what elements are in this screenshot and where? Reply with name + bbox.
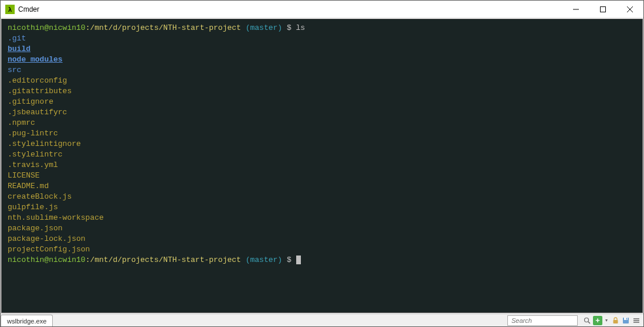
prompt-user: nicothin@nicwin10: [8, 23, 86, 32]
ls-entry: .jsbeautifyrc: [8, 107, 636, 118]
prompt-branch: (master): [241, 23, 282, 32]
ls-entry: .git: [8, 33, 636, 44]
ls-output: .gitbuildnode_modulessrc.editorconfig.gi…: [8, 33, 636, 255]
app-icon: λ: [5, 5, 15, 14]
prompt-dollar: $: [282, 256, 296, 264]
titlebar: λ Cmder: [1, 1, 643, 18]
minimize-button[interactable]: [562, 1, 589, 18]
svg-rect-6: [613, 320, 618, 323]
ls-entry: .stylelintrc: [8, 149, 636, 160]
svg-rect-1: [601, 6, 606, 12]
add-tab-icon[interactable]: +: [593, 316, 602, 325]
svg-rect-9: [626, 318, 628, 319]
ls-entry: .gitignore: [8, 97, 636, 107]
prompt-dollar: $: [282, 23, 296, 32]
ls-entry: package.json: [8, 223, 636, 234]
prompt-path: /mnt/d/projects/NTH-start-project: [90, 23, 240, 32]
ls-entry: .stylelintignore: [8, 139, 636, 149]
window-title: Cmder: [18, 5, 562, 13]
ls-entry: .travis.yml: [8, 160, 636, 171]
lock-icon[interactable]: [611, 316, 620, 325]
ls-entry: createBlock.js: [8, 192, 636, 202]
statusbar: wslbridge.exe + ▾: [1, 314, 643, 326]
search-input[interactable]: [507, 315, 578, 326]
maximize-button[interactable]: [589, 1, 616, 18]
ls-entry: gulpfile.js: [8, 202, 636, 213]
ls-entry: .editorconfig: [8, 76, 636, 86]
ls-entry: LICENSE: [8, 171, 636, 181]
prompt-line-2: nicothin@nicwin10:/mnt/d/projects/NTH-st…: [8, 255, 636, 265]
dropdown-icon[interactable]: ▾: [604, 316, 609, 325]
ls-entry: node_modules: [8, 54, 636, 65]
search-icon[interactable]: [582, 316, 592, 325]
disk-icon[interactable]: [621, 316, 631, 325]
close-button[interactable]: [616, 1, 643, 18]
prompt-branch: (master): [241, 256, 282, 264]
svg-rect-8: [624, 318, 628, 320]
status-icons: + ▾: [580, 314, 643, 326]
ls-entry: projectConfig.json: [8, 244, 636, 255]
ls-entry: .npmrc: [8, 118, 636, 128]
ls-entry: .pug-lintrc: [8, 128, 636, 139]
ls-entry: package-lock.json: [8, 234, 636, 244]
terminal-output[interactable]: nicothin@nicwin10:/mnt/d/projects/NTH-st…: [1, 19, 643, 313]
ls-entry: src: [8, 65, 636, 76]
ls-entry: nth.sublime-workspace: [8, 213, 636, 223]
statusbar-spacer: [53, 314, 505, 326]
console-tab[interactable]: wslbridge.exe: [1, 315, 53, 326]
command-text: ls: [296, 23, 306, 32]
cursor: [296, 256, 301, 264]
svg-line-5: [588, 322, 590, 323]
ls-entry: .gitattributes: [8, 86, 636, 97]
svg-point-4: [585, 318, 589, 322]
window-controls: [562, 1, 643, 18]
prompt-line: nicothin@nicwin10:/mnt/d/projects/NTH-st…: [8, 23, 636, 33]
ls-entry: build: [8, 44, 636, 54]
ls-entry: README.md: [8, 181, 636, 192]
prompt-path: /mnt/d/projects/NTH-start-project: [90, 256, 240, 264]
prompt-user: nicothin@nicwin10: [8, 256, 86, 264]
menu-icon[interactable]: [632, 316, 641, 325]
